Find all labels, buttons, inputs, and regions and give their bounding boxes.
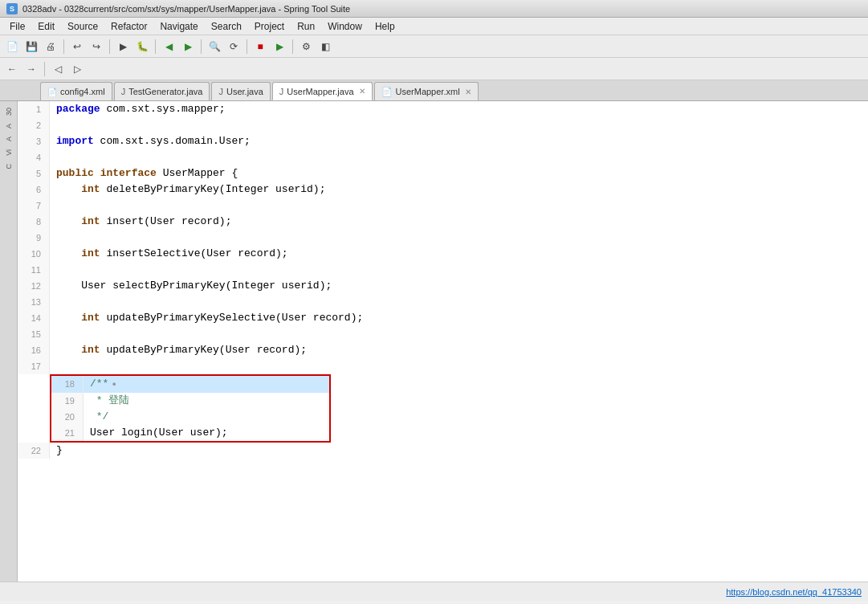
- tab-usermapper-xml-close[interactable]: ✕: [465, 88, 471, 96]
- tab-testgenerator-label: TestGenerator.java: [128, 87, 202, 96]
- code-line-10: 10 int insertSelective(User record);: [18, 246, 868, 262]
- tab-usermapper-java[interactable]: J UserMapper.java ✕: [272, 82, 373, 100]
- forward-button[interactable]: →: [22, 60, 40, 78]
- code-line-12: 12 User selectByPrimaryKey(Integer useri…: [18, 278, 868, 294]
- debug-button[interactable]: 🐛: [133, 38, 151, 55]
- print-button[interactable]: 🖨: [42, 38, 59, 55]
- highlighted-block: 18 /**● 19 * 登陆 20 */ 21 User login(User…: [50, 374, 331, 443]
- separator-6: [292, 39, 293, 54]
- tab-usermapper-xml[interactable]: 📄 UserMapper.xml ✕: [374, 82, 479, 100]
- refresh-button[interactable]: ⟳: [225, 38, 242, 55]
- toolbar-row-1: 📄 💾 🖨 ↩ ↪ ▶ 🐛 ◀ ▶ 🔍 ⟳ ■ ▶ ⚙ ◧: [0, 35, 868, 58]
- code-line-22: 22 }: [18, 443, 868, 459]
- code-line-1: 1 package com.sxt.sys.mapper;: [18, 101, 868, 117]
- search-button[interactable]: 🔍: [206, 38, 223, 55]
- code-line-13: 13: [18, 294, 868, 310]
- next-button[interactable]: ▶: [179, 38, 197, 55]
- tabs-bar: 📄 config4.xml J TestGenerator.java J Use…: [0, 80, 868, 101]
- main-area: 30 A A Vi C 1 package com.sxt.sys.mapper…: [0, 101, 868, 582]
- menu-search[interactable]: Search: [205, 19, 248, 34]
- new-button[interactable]: 📄: [3, 38, 21, 55]
- tab-testgenerator[interactable]: J TestGenerator.java: [114, 82, 210, 100]
- side-labels: 30 A A Vi C: [0, 101, 18, 582]
- title-bar: S 0328adv - 0328current/src/com/sxt/sys/…: [0, 0, 868, 18]
- nav-back-button[interactable]: ◁: [49, 60, 67, 78]
- nav-fwd-button[interactable]: ▷: [68, 60, 86, 78]
- status-url: https://blog.csdn.net/qq_41753340: [726, 587, 862, 597]
- config4-icon: 📄: [47, 88, 57, 96]
- separator-3: [155, 39, 156, 54]
- side-label-vi: Vi: [3, 146, 14, 159]
- side-label-c: C: [3, 161, 14, 173]
- app-icon: S: [6, 3, 18, 14]
- menu-help[interactable]: Help: [369, 19, 401, 34]
- usermapper-java-icon: J: [279, 87, 284, 96]
- tab-usermapper-java-close[interactable]: ✕: [359, 87, 365, 96]
- code-line-17: 17: [18, 358, 868, 374]
- code-line-9: 9: [18, 230, 868, 246]
- perspective-button[interactable]: ◧: [316, 38, 334, 55]
- undo-button[interactable]: ↩: [68, 38, 86, 55]
- code-line-2: 2: [18, 117, 868, 133]
- code-line-21: 21 User login(User user);: [51, 425, 329, 441]
- menu-run[interactable]: Run: [291, 19, 321, 34]
- separator-7: [44, 62, 45, 76]
- code-line-7: 7: [18, 198, 868, 214]
- menu-navigate[interactable]: Navigate: [153, 19, 204, 34]
- code-line-4: 4: [18, 149, 868, 165]
- separator-5: [247, 39, 247, 54]
- code-line-6: 6 int deleteByPrimaryKey(Integer userid)…: [18, 182, 868, 198]
- separator-2: [109, 39, 110, 54]
- separator-1: [63, 39, 64, 54]
- side-label-a2: A: [3, 133, 14, 145]
- menu-bar: File Edit Source Refactor Navigate Searc…: [0, 18, 868, 35]
- tab-user-label: User.java: [226, 87, 263, 96]
- code-line-11: 11: [18, 262, 868, 278]
- code-line-20: 20 */: [51, 409, 329, 425]
- menu-project[interactable]: Project: [248, 19, 291, 34]
- stop-button[interactable]: ■: [251, 38, 269, 55]
- redo-button[interactable]: ↪: [88, 38, 105, 55]
- menu-source[interactable]: Source: [61, 19, 104, 34]
- save-button[interactable]: 💾: [22, 38, 40, 55]
- separator-4: [201, 39, 202, 54]
- code-line-15: 15: [18, 326, 868, 342]
- start-button[interactable]: ▶: [271, 38, 288, 55]
- user-icon: J: [218, 87, 223, 96]
- menu-file[interactable]: File: [3, 19, 31, 34]
- code-line-18: 18 /**●: [51, 376, 329, 393]
- settings-button[interactable]: ⚙: [297, 38, 315, 55]
- code-line-14: 14 int updateByPrimaryKeySelective(User …: [18, 310, 868, 326]
- usermapper-xml-icon: 📄: [381, 87, 393, 97]
- code-line-3: 3 import com.sxt.sys.domain.User;: [18, 133, 868, 149]
- code-line-5: 5 public interface UserMapper {: [18, 165, 868, 182]
- window-title: 0328adv - 0328current/src/com/sxt/sys/ma…: [22, 4, 350, 14]
- code-line-16: 16 int updateByPrimaryKey(User record);: [18, 342, 868, 358]
- code-line-19: 19 * 登陆: [51, 393, 329, 409]
- testgenerator-icon: J: [121, 87, 126, 96]
- tab-user[interactable]: J User.java: [211, 82, 270, 100]
- side-label-a1: A: [3, 120, 14, 132]
- run-button[interactable]: ▶: [114, 38, 132, 55]
- prev-button[interactable]: ◀: [160, 38, 177, 55]
- menu-window[interactable]: Window: [321, 19, 369, 34]
- side-label-30: 30: [3, 104, 14, 119]
- code-editor[interactable]: 1 package com.sxt.sys.mapper; 2 3 import…: [18, 101, 868, 582]
- status-bar: https://blog.csdn.net/qq_41753340: [0, 582, 868, 601]
- tab-config4[interactable]: 📄 config4.xml: [40, 82, 112, 100]
- tab-usermapper-java-label: UserMapper.java: [287, 87, 353, 96]
- menu-edit[interactable]: Edit: [31, 19, 61, 34]
- back-button[interactable]: ←: [3, 60, 21, 78]
- tab-config4-label: config4.xml: [60, 87, 105, 96]
- menu-refactor[interactable]: Refactor: [104, 19, 153, 34]
- toolbar-row-2: ← → ◁ ▷: [0, 58, 868, 80]
- code-line-8: 8 int insert(User record);: [18, 214, 868, 230]
- tab-usermapper-xml-label: UserMapper.xml: [396, 87, 460, 96]
